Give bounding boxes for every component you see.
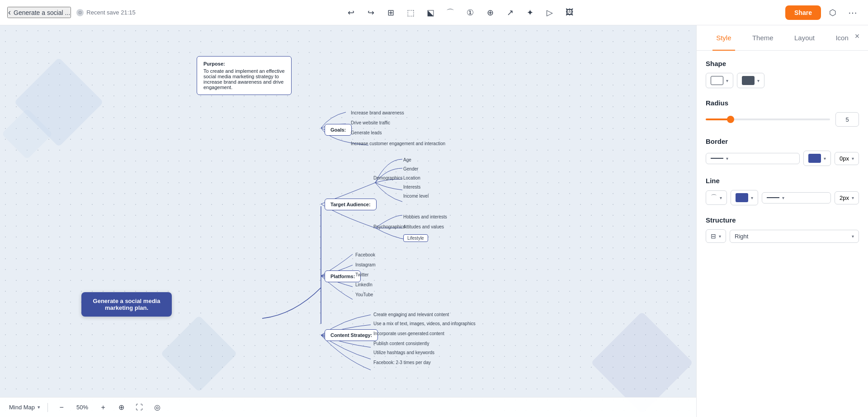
shape-section: Shape ▾ ▾ — [706, 60, 859, 88]
radius-slider-container[interactable] — [706, 115, 830, 124]
shape-controls-row: ▾ ▾ — [706, 73, 859, 88]
demo-location: Location — [403, 175, 420, 180]
border-color-select[interactable]: ▾ — [803, 151, 831, 166]
structure-layout-icon: ⊟ — [711, 232, 716, 240]
structure-layout-button[interactable]: ⊟ ▾ — [706, 229, 726, 243]
line-dash-select[interactable]: ▾ — [762, 192, 831, 204]
demo-age: Age — [403, 157, 411, 162]
border-style-select[interactable]: ▾ — [706, 153, 800, 164]
shape-fill-select[interactable]: ▾ — [737, 73, 764, 88]
platform-youtube: YouTube — [355, 292, 373, 297]
app-header: ‹ Generate a social ... ⊙ Recent save 21… — [0, 0, 868, 25]
zoom-in-button[interactable]: + — [97, 401, 109, 414]
platform-linkedin: LinkedIn — [355, 282, 373, 287]
tab-style[interactable]: Style — [712, 32, 735, 43]
preview-button[interactable]: ◎ — [151, 401, 164, 414]
psychographics-label: Psychographics — [373, 224, 406, 229]
line-dash-preview — [767, 197, 779, 198]
line-color-select[interactable]: ▾ — [731, 190, 758, 205]
border-section-title: Border — [706, 137, 859, 145]
header-left: ‹ Generate a social ... ⊙ Recent save 21… — [7, 7, 136, 18]
image-button[interactable]: 🖼 — [561, 5, 578, 21]
content-item-1: Create engaging and relevant content — [373, 312, 449, 317]
goals-item-4: Increase customer engagement and interac… — [351, 141, 445, 146]
more-button[interactable]: ⋯ — [844, 5, 861, 21]
pointer-button[interactable]: ⬕ — [422, 5, 439, 21]
psycho-attitudes: Attitudes and values — [403, 224, 444, 229]
content-item-5: Utilize hashtags and keywords — [373, 350, 434, 355]
border-size-select[interactable]: 0px ▾ — [835, 152, 859, 165]
shape-dropdown-arrow: ▾ — [726, 78, 728, 83]
demo-interests: Interests — [403, 185, 420, 190]
psycho-lifestyle: Lifestyle — [403, 234, 428, 242]
panel-close-button[interactable]: × — [852, 31, 863, 42]
goals-item-3: Generate leads — [351, 130, 382, 135]
border-size-value: 0px — [840, 155, 849, 162]
header-right: Share ⬡ ⋯ — [785, 5, 861, 21]
view-label-button[interactable]: Mind Map ▾ — [9, 404, 40, 411]
border-style-arrow: ▾ — [726, 156, 728, 161]
page-title: Generate a social ... — [14, 9, 70, 16]
connector-button[interactable]: ⌒ — [442, 5, 458, 21]
tab-layout[interactable]: Layout — [791, 32, 818, 43]
arrow-button[interactable]: ↗ — [502, 5, 518, 21]
redo-button[interactable]: ↪ — [363, 5, 379, 21]
fill-dropdown-arrow: ▾ — [757, 78, 760, 83]
save-icon: ⊙ — [76, 9, 84, 16]
line-size-arrow: ▾ — [852, 195, 854, 200]
line-style-select[interactable]: ⌒ ▾ — [706, 190, 727, 205]
purpose-node[interactable]: Purpose: To create and implement an effe… — [197, 56, 292, 95]
zoom-out-button[interactable]: − — [55, 401, 68, 414]
radius-thumb[interactable] — [727, 116, 734, 123]
view-mode-label: Mind Map — [9, 404, 35, 411]
tab-icon[interactable]: Icon — [832, 32, 852, 43]
panel-content: Shape ▾ ▾ Radius — [697, 51, 868, 417]
border-line-preview — [711, 158, 723, 159]
goals-item-1: Increase brand awareness — [351, 110, 404, 115]
line-color-preview — [736, 193, 748, 202]
line-size-value: 2px — [840, 194, 849, 201]
content-strategy-node[interactable]: Content Strategy: — [325, 329, 378, 341]
line-controls: ⌒ ▾ ▾ ▾ 2px ▾ — [706, 190, 859, 205]
export-button[interactable]: ⬡ — [825, 5, 841, 21]
content-item-3: Incorporate user-generated content — [373, 331, 444, 336]
border-color-preview — [808, 154, 821, 163]
shape-type-select[interactable]: ▾ — [706, 73, 733, 88]
radius-section-title: Radius — [706, 99, 859, 107]
structure-direction-select[interactable]: Right ▾ — [730, 230, 859, 243]
structure-section-title: Structure — [706, 216, 859, 224]
demo-income: Income level — [403, 194, 429, 199]
main-node[interactable]: Generate a social media marketing plan. — [81, 292, 172, 317]
demo-gender: Gender — [403, 166, 418, 171]
radius-track — [706, 118, 830, 120]
content-item-4: Publish content consistently — [373, 341, 429, 346]
structure-controls: ⊟ ▾ Right ▾ — [706, 229, 859, 243]
structure-direction-value: Right — [735, 233, 748, 240]
shape-section-title: Shape — [706, 60, 859, 67]
platform-facebook: Facebook — [355, 252, 375, 257]
present-button[interactable]: ▷ — [542, 5, 558, 21]
plus-button[interactable]: ⊕ — [482, 5, 498, 21]
fit-to-screen-button[interactable]: ⊕ — [115, 401, 127, 414]
structure-section: Structure ⊟ ▾ Right ▾ — [706, 216, 859, 243]
radius-input[interactable]: 5 — [835, 112, 859, 127]
structure-layout-arrow: ▾ — [719, 234, 721, 239]
star-button[interactable]: ✦ — [522, 5, 538, 21]
tab-theme[interactable]: Theme — [749, 32, 777, 43]
fullscreen-button[interactable]: ⛶ — [133, 401, 146, 414]
frames-button[interactable]: ⊞ — [382, 5, 399, 21]
line-size-select[interactable]: 2px ▾ — [835, 191, 859, 204]
selection-button[interactable]: ⬚ — [402, 5, 419, 21]
line-style-arrow: ▾ — [720, 195, 722, 200]
share-button[interactable]: Share — [785, 5, 821, 20]
goals-node[interactable]: Goals: — [325, 124, 352, 136]
line-color-arrow: ▾ — [751, 195, 753, 200]
back-button[interactable]: ‹ Generate a social ... — [7, 7, 71, 18]
save-info: ⊙ Recent save 21:15 — [76, 9, 135, 16]
undo-button[interactable]: ↩ — [343, 5, 359, 21]
target-audience-node[interactable]: Target Audience: — [325, 199, 377, 210]
back-icon: ‹ — [8, 8, 11, 17]
add-shape-button[interactable]: ① — [462, 5, 478, 21]
platform-instagram: Instagram — [355, 262, 375, 267]
radius-controls: 5 — [706, 112, 859, 127]
